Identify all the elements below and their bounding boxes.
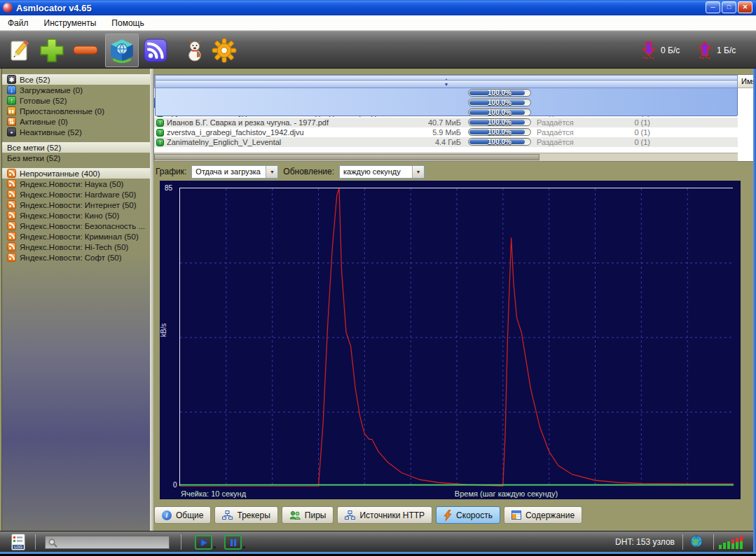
globe-cube-icon — [109, 37, 135, 64]
window-right-border — [753, 69, 756, 552]
search-box[interactable] — [45, 536, 170, 549]
log-button[interactable]: LOG — [11, 534, 25, 553]
dropdown-caret-icon[interactable]: ▾ — [213, 545, 216, 550]
rss-icon — [7, 232, 16, 241]
update-interval-select[interactable]: каждую секунду ▼ — [339, 165, 425, 179]
sidebar-item-активные-0[interactable]: ⇅Активные (0) — [2, 116, 150, 127]
torrent-peers — [675, 137, 738, 147]
torrent-name-cell: ↑Иванов Б.Г. Сварка и резка чугуна. - 19… — [154, 118, 398, 127]
table-row[interactable]: ↑Zanimatelny_Englich_V_Levental4.4 ГиБ10… — [154, 137, 738, 147]
dot-icon: ● — [7, 127, 16, 137]
filter-label: Неактивные (52) — [20, 128, 82, 137]
app-icon — [3, 3, 13, 13]
sidebar-item-яндекс-новости-hardware-50[interactable]: Яндекс.Новости: Hardware (50) — [2, 189, 150, 200]
menu-item-файл[interactable]: Файл — [0, 18, 36, 28]
hscrollbar-thumb[interactable] — [154, 154, 539, 160]
menu-item-помощь[interactable]: Помощь — [104, 18, 151, 28]
torrent-status: Раздаётся — [534, 118, 604, 127]
torrent-name-cell: ↑Zanimatelny_Englich_V_Levental — [154, 137, 398, 147]
sidebar-item-яндекс-новости-hi-tech-50[interactable]: Яндекс.Новости: Hi-Tech (50) — [2, 242, 150, 252]
maximize-button[interactable]: □ — [722, 1, 736, 13]
close-button[interactable]: ✕ — [738, 1, 752, 13]
horizontal-scrollbar[interactable] — [154, 153, 738, 161]
toolbar: 0 Б/с 1 Б/с — [0, 31, 756, 69]
menu-bar: ФайлИнструментыПомощь — [0, 15, 756, 31]
torrent-seeds: 0 (1) — [604, 137, 675, 147]
torrent-search-button[interactable] — [105, 34, 139, 67]
scroll-down-arrow[interactable]: ▼ — [155, 80, 738, 88]
table-row[interactable]: ↑Иванов Б.Г. Сварка и резка чугуна. - 19… — [154, 118, 738, 127]
tracker-icon — [222, 510, 233, 520]
dropdown-caret-icon[interactable]: ▾ — [242, 545, 245, 550]
sidebar-item-все-метки-52[interactable]: Все метки (52) — [2, 142, 150, 153]
tab-содержание[interactable]: Содержание — [504, 506, 582, 524]
tab-пиры[interactable]: Пиры — [282, 506, 334, 524]
progress-cell: 100.0% — [465, 98, 534, 108]
minimize-button[interactable]: ─ — [706, 1, 720, 13]
tab-label: Трекеры — [237, 510, 270, 520]
edit-button[interactable] — [3, 34, 36, 67]
sidebar-item-яндекс-новости-кино-50[interactable]: Яндекс.Новости: Кино (50) — [2, 210, 150, 221]
vertical-scrollbar[interactable]: ▲ ▼ — [154, 75, 738, 88]
torrent-peers — [675, 127, 738, 137]
pause-button[interactable]: ▾ — [224, 535, 242, 550]
play-icon — [200, 538, 208, 547]
sidebar-item-яндекс-новости-безопасность[interactable]: Яндекс.Новости: Безопасность ... — [2, 221, 150, 231]
filter-label: Активные (0) — [20, 118, 68, 126]
mule-button[interactable] — [178, 34, 212, 67]
progress-value: 100.0% — [469, 139, 530, 145]
rss-icon — [7, 253, 16, 262]
sidebar-item-загружаемые-0[interactable]: ↓Загружаемые (0) — [2, 85, 150, 95]
network-globe-icon — [690, 535, 703, 550]
update-interval-label: Обновление: — [283, 167, 334, 176]
sidebar-item-без-метки-52[interactable]: Без метки (52) — [2, 153, 150, 163]
torrent-size: 4.4 ГиБ — [398, 137, 465, 147]
remove-torrent-button[interactable] — [69, 34, 102, 67]
progress-value: 100.0% — [469, 119, 530, 125]
title-bar[interactable]: Asmlocator v4.65 ─ □ ✕ — [0, 0, 756, 15]
signal-bars-icon — [719, 536, 743, 549]
y-axis-min-label: 0 — [173, 481, 177, 489]
divider — [682, 534, 683, 550]
sidebar-item-яндекс-новости-интернет-50[interactable]: Яндекс.Новости: Интернет (50) — [2, 200, 150, 210]
sidebar-item-непрочитанные-400[interactable]: Непрочитанные (400) — [2, 168, 150, 179]
sidebar-item-яндекс-новости-криминал-50[interactable]: Яндекс.Новости: Криминал (50) — [2, 231, 150, 242]
torrent-status: Раздаётся — [534, 127, 604, 137]
tab-источники-http[interactable]: Источники HTTP — [337, 506, 432, 524]
start-button[interactable]: ▾ — [195, 535, 212, 550]
sidebar-item-приостановленные-0[interactable]: ▮▮Приостановленные (0) — [2, 106, 150, 116]
updown-icon: ⇅ — [7, 117, 16, 126]
window-title: Asmlocator v4.65 — [16, 3, 92, 13]
progress-bar: 100.0% — [468, 99, 531, 106]
chevron-down-icon[interactable]: ▼ — [412, 166, 424, 178]
app-window: Asmlocator v4.65 ─ □ ✕ ФайлИнструментыПо… — [0, 0, 756, 556]
tab-общие[interactable]: iОбщие — [154, 506, 211, 524]
feed-label: Яндекс.Новости: Софт (50) — [20, 253, 122, 262]
settings-button[interactable] — [207, 34, 241, 67]
rss-icon — [7, 211, 16, 220]
tab-трекеры[interactable]: Трекеры — [214, 506, 277, 524]
tab-скорость[interactable]: Скорость — [436, 506, 500, 524]
graph-type-select[interactable]: Отдача и загрузка ▼ — [191, 165, 278, 179]
rss-icon — [7, 190, 16, 199]
down-icon: ↓ — [7, 85, 16, 95]
pause-icon: ▮▮ — [7, 106, 16, 116]
status-bar: LOG ▾ ▾ DHT: 153 узлов — [0, 531, 756, 552]
menu-item-инструменты[interactable]: Инструменты — [36, 18, 104, 28]
sidebar-item-все-52[interactable]: ✱Все (52) — [2, 74, 150, 85]
search-input[interactable] — [57, 538, 163, 548]
download-rate-value: 0 Б/с — [661, 46, 680, 55]
torrent-seeds: 0 (1) — [604, 127, 675, 137]
sidebar-item-яндекс-новости-софт-50[interactable]: Яндекс.Новости: Софт (50) — [2, 252, 150, 263]
add-torrent-button[interactable] — [35, 34, 69, 67]
sidebar-item-яндекс-новости-наука-50[interactable]: Яндекс.Новости: Наука (50) — [2, 179, 150, 189]
scrollbar-thumb[interactable] — [155, 84, 738, 116]
progress-bar: 100.0% — [468, 109, 531, 116]
table-row[interactable]: ↑zverstva_i_grabegi_fachistov_1942.djvu5… — [154, 127, 738, 137]
sidebar-item-готовые-52[interactable]: ↑Готовые (52) — [2, 95, 150, 106]
sidebar-item-неактивные-52[interactable]: ●Неактивные (52) — [2, 127, 150, 137]
rss-feeds-button[interactable] — [139, 34, 172, 67]
chevron-down-icon[interactable]: ▼ — [266, 166, 277, 178]
y-axis-unit-label: kB/s — [160, 324, 167, 337]
sidebar: ✱Все (52)↓Загружаемые (0)↑Готовые (52)▮▮… — [1, 69, 150, 531]
